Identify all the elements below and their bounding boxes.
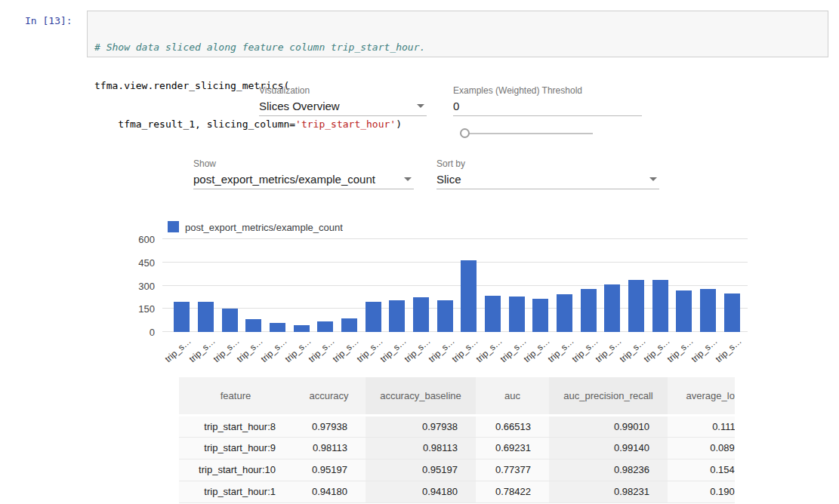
x-tick-label: trip_s… bbox=[665, 336, 696, 364]
x-tick-label: trip_s… bbox=[259, 336, 289, 364]
bar-slot bbox=[361, 239, 385, 332]
bar[interactable] bbox=[222, 309, 238, 332]
bar[interactable] bbox=[532, 299, 548, 332]
code-cell[interactable]: # Show data sliced along feature column … bbox=[87, 11, 828, 57]
bar[interactable] bbox=[174, 302, 190, 332]
bar[interactable] bbox=[557, 294, 572, 332]
metric-cell: 0.1111 bbox=[668, 415, 735, 437]
metric-cell: 0.97938 bbox=[366, 415, 476, 437]
bar-slot bbox=[648, 239, 672, 332]
bar[interactable] bbox=[366, 302, 381, 332]
x-tick-label: trip_s… bbox=[403, 336, 433, 364]
table-header-row: featureaccuracyaccuracy_baselineaucauc_p… bbox=[179, 377, 735, 415]
bar[interactable] bbox=[294, 325, 310, 332]
bar[interactable] bbox=[270, 323, 285, 332]
bar-slot bbox=[194, 239, 218, 332]
bar[interactable] bbox=[245, 319, 261, 332]
metric-cell: 0.95197 bbox=[366, 459, 476, 481]
bar[interactable] bbox=[389, 300, 405, 332]
bar[interactable] bbox=[461, 260, 477, 332]
x-tick-label: trip_s… bbox=[713, 336, 743, 364]
bar[interactable] bbox=[604, 284, 620, 332]
sort-by-label: Sort by bbox=[436, 158, 465, 169]
bar-slot bbox=[553, 239, 577, 332]
x-tick-label: trip_s… bbox=[163, 336, 193, 364]
feature-cell: trip_start_hour:9 bbox=[179, 437, 292, 459]
legend-label: post_export_metrics/example_count bbox=[185, 222, 343, 233]
chevron-down-icon bbox=[417, 104, 424, 108]
threshold-value: 0 bbox=[453, 100, 459, 112]
x-tick-label: trip_s… bbox=[282, 336, 313, 364]
bar[interactable] bbox=[581, 289, 597, 332]
column-header[interactable]: average_los bbox=[668, 377, 735, 415]
bar-slot bbox=[385, 239, 409, 332]
bar-slot bbox=[409, 239, 433, 332]
bar[interactable] bbox=[676, 290, 692, 332]
sort-by-value: Slice bbox=[436, 173, 461, 186]
x-tick-label: trip_s… bbox=[569, 336, 600, 364]
x-tick-label: trip_s… bbox=[235, 336, 265, 364]
bar-slot bbox=[170, 239, 194, 332]
sort-by-dropdown[interactable]: Slice bbox=[436, 169, 659, 189]
jupyter-notebook-output: In [13]: # Show data sliced along featur… bbox=[0, 0, 839, 504]
y-tick-label: 600 bbox=[138, 235, 155, 244]
bar-slot bbox=[576, 239, 600, 332]
bar-slot bbox=[696, 239, 720, 332]
bar[interactable] bbox=[413, 297, 429, 332]
bar-slot bbox=[600, 239, 625, 332]
column-header[interactable]: auc bbox=[476, 377, 549, 415]
visualization-dropdown[interactable]: Slices Overview bbox=[259, 96, 427, 116]
chevron-down-icon bbox=[404, 177, 412, 181]
legend-swatch bbox=[168, 221, 179, 232]
show-value: post_export_metrics/example_count bbox=[193, 173, 375, 186]
bar-slot bbox=[672, 239, 696, 332]
bar[interactable] bbox=[628, 280, 644, 332]
metric-cell: 0.66513 bbox=[476, 415, 549, 437]
bar[interactable] bbox=[485, 296, 501, 332]
x-tick-label: trip_s… bbox=[331, 336, 361, 364]
y-tick-label: 150 bbox=[138, 304, 155, 314]
bar[interactable] bbox=[724, 293, 740, 332]
metric-cell: 0.78422 bbox=[476, 481, 549, 502]
bar-slot bbox=[529, 239, 553, 332]
bar-slot bbox=[457, 239, 481, 332]
metric-cell: 0.98113 bbox=[292, 437, 366, 459]
x-tick-label: trip_s… bbox=[378, 336, 409, 364]
bar[interactable] bbox=[198, 302, 214, 332]
bar-slot bbox=[289, 239, 313, 332]
x-tick-label: trip_s… bbox=[641, 336, 671, 364]
visualization-label: Visualization bbox=[259, 85, 310, 96]
chart-x-labels: trip_s…trip_s…trip_s…trip_s…trip_s…trip_… bbox=[170, 334, 744, 366]
bar[interactable] bbox=[509, 297, 525, 332]
metric-cell: 0.99010 bbox=[549, 415, 668, 437]
threshold-input[interactable]: 0 bbox=[453, 96, 642, 116]
threshold-slider-track[interactable] bbox=[461, 133, 593, 134]
column-header[interactable]: auc_precision_recall bbox=[549, 377, 668, 415]
x-tick-label: trip_s… bbox=[354, 336, 384, 364]
code-args-prefix: tfma_result_1, slicing_column= bbox=[94, 118, 295, 130]
show-dropdown[interactable]: post_export_metrics/example_count bbox=[193, 169, 414, 189]
x-tick-label: trip_s… bbox=[211, 336, 241, 364]
bar[interactable] bbox=[341, 318, 357, 332]
metric-cell: 0.95197 bbox=[292, 459, 366, 481]
threshold-slider-thumb[interactable] bbox=[460, 128, 470, 138]
column-header[interactable]: accuracy_baseline bbox=[366, 377, 476, 415]
x-tick-label: trip_s… bbox=[689, 336, 720, 364]
bar-slot bbox=[433, 239, 457, 332]
x-tick-label: trip_s… bbox=[187, 336, 217, 364]
bar[interactable] bbox=[317, 321, 333, 332]
metrics-table-grid: featureaccuracyaccuracy_baselineaucauc_p… bbox=[179, 377, 735, 503]
metric-cell: 0.77377 bbox=[476, 459, 549, 481]
column-header[interactable]: accuracy bbox=[292, 377, 366, 415]
x-tick-label: trip_s… bbox=[498, 336, 528, 364]
x-tick-label: trip_s… bbox=[450, 336, 480, 364]
x-tick-label: trip_s… bbox=[474, 336, 504, 364]
table-row: trip_start_hour:80.979380.979380.665130.… bbox=[179, 415, 735, 437]
bar[interactable] bbox=[652, 280, 668, 332]
column-header[interactable]: feature bbox=[179, 377, 292, 415]
metrics-table: featureaccuracyaccuracy_baselineaucauc_p… bbox=[179, 377, 735, 504]
y-tick-label: 300 bbox=[138, 281, 155, 290]
bar[interactable] bbox=[437, 300, 453, 332]
bar[interactable] bbox=[700, 289, 716, 332]
metric-cell: 0.98236 bbox=[549, 459, 668, 481]
